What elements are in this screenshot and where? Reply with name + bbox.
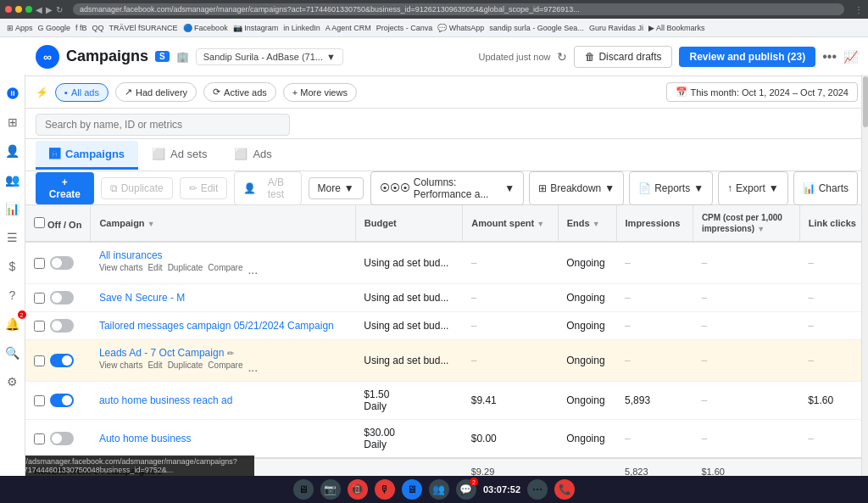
row-checkbox[interactable] [34,433,45,444]
reload-button[interactable]: ↻ [56,5,63,14]
bookmark-fb[interactable]: f fB [75,24,87,32]
row-sub-action-edit[interactable]: Edit [147,360,162,374]
row-checkbox[interactable] [34,321,45,332]
charts-button[interactable]: 📊 Charts [793,171,858,205]
row-sub-action-compare[interactable]: Compare [208,360,242,374]
tab-campaigns[interactable]: 🅰 Campaigns [36,141,138,170]
bookmark-linkedin[interactable]: in LinkedIn [283,24,320,32]
campaign-name-link[interactable]: Tailored messages campaign 05/21/2024 Ca… [99,320,334,332]
select-all-checkbox[interactable] [34,217,45,228]
breakdown-dropdown[interactable]: ⊞ Breakdown ▼ [529,171,624,205]
header-chart-icon[interactable]: 📈 [843,50,858,64]
taskbar-hangup-icon[interactable]: 📞 [554,479,575,500]
campaign-name-link[interactable]: Save N Secure - M [99,292,185,304]
create-button[interactable]: + Create [36,172,94,204]
sidebar-gear-icon[interactable]: ⚙ [1,370,25,394]
bookmark-facebook[interactable]: 🔵 Facebook [183,24,228,32]
more-views-filter[interactable]: + More views [283,83,357,102]
campaign-toggle[interactable] [50,256,74,270]
sidebar-dollar-icon[interactable]: $ [1,254,25,278]
review-publish-button[interactable]: Review and publish (23) [679,47,815,67]
export-dropdown[interactable]: ↑ Export ▼ [718,171,788,205]
right-scrollbar[interactable] [861,75,868,503]
ab-test-button[interactable]: 👤 A/B test [234,171,301,205]
campaign-name-link[interactable]: Auto home business [99,433,192,444]
th-ends[interactable]: Ends ▼ [558,205,616,242]
sidebar-question-icon[interactable]: ? [1,283,25,307]
taskbar-screen-icon[interactable]: 🖥 [293,479,314,500]
bookmark-google-search[interactable]: sandip surla - Google Sea... [489,24,584,32]
sidebar-list-icon[interactable]: ☰ [1,226,25,249]
bookmark-instagram[interactable]: 📷 Instagram [233,24,279,32]
campaign-name-link[interactable]: auto home business reach ad [99,394,232,406]
close-dot[interactable] [5,6,12,13]
row-sub-action-view-charts[interactable]: View charts [99,263,143,277]
row-sub-action-edit[interactable]: Edit [147,263,162,277]
campaign-toggle[interactable] [50,354,74,367]
date-range-picker[interactable]: 📅 This month: Oct 1, 2024 – Oct 7, 2024 [666,82,859,102]
filter-funnel-icon[interactable]: ⚡ [36,87,48,98]
bookmark-all[interactable]: ▶ All Bookmarks [648,24,705,32]
th-amount-spent[interactable]: Amount spent ▼ [463,205,559,242]
tab-ads[interactable]: ⬜ Ads [220,141,285,170]
sidebar-notification-icon[interactable]: 🔔 [1,312,25,336]
row-sub-action-duplicate[interactable]: Duplicate [168,263,203,277]
maximize-dot[interactable] [25,6,32,13]
header-more-button[interactable]: ••• [822,49,837,64]
edit-button[interactable]: ✏ Edit [180,177,228,199]
address-bar[interactable]: adsmanager.facebook.com/adsmanager/manag… [73,3,844,15]
tab-ad-sets[interactable]: ⬜ Ad sets [138,141,220,170]
row-sub-action-view-charts[interactable]: View charts [99,360,143,374]
more-dropdown[interactable]: More ▼ [309,177,364,199]
sidebar-chart-icon[interactable]: 📊 [1,197,25,221]
taskbar-end-call-icon[interactable]: 📵 [348,479,368,500]
row-checkbox[interactable] [34,395,45,406]
taskbar-camera-icon[interactable]: 📷 [320,479,341,500]
sidebar-person-icon[interactable]: 👤 [1,139,25,163]
th-impressions[interactable]: Impressions [616,205,693,242]
row-more-actions[interactable]: ... [248,263,258,277]
campaign-toggle[interactable] [50,432,74,445]
reports-dropdown[interactable]: 📄 Reports ▼ [629,171,713,205]
inline-edit-icon[interactable]: ✏ [227,349,234,358]
duplicate-button[interactable]: ⧉ Duplicate [101,177,173,199]
row-more-actions[interactable]: ... [248,360,258,374]
bookmark-travel[interactable]: TRÄVEl fSURANCE [109,24,178,32]
scrollbar-thumb[interactable] [863,76,868,127]
bookmark-canva[interactable]: Projects - Canva [376,24,433,32]
taskbar-people-icon[interactable]: 👥 [429,479,449,500]
th-campaign[interactable]: Campaign ▼ [91,205,355,242]
taskbar-more-icon[interactable]: ⋯ [527,479,548,500]
bookmark-guru[interactable]: Guru Ravidas Ji [589,24,643,32]
taskbar-screen-share-icon[interactable]: 🖥 [402,479,422,500]
sidebar-grid-icon[interactable]: ⊞ [1,110,25,134]
row-checkbox[interactable] [34,258,45,269]
campaign-name-link[interactable]: All insurances [99,249,163,261]
row-sub-action-compare[interactable]: Compare [208,263,242,277]
sidebar-meta-icon[interactable] [1,81,25,105]
campaign-toggle[interactable] [50,319,74,333]
row-sub-action-duplicate[interactable]: Duplicate [168,360,203,374]
taskbar-mic-off-icon[interactable]: 🎙 [375,479,395,500]
had-delivery-filter[interactable]: ↗ Had delivery [115,82,197,102]
row-checkbox[interactable] [34,355,45,366]
back-button[interactable]: ◀ [36,5,42,14]
campaign-name-link[interactable]: Leads Ad - 7 Oct Campaign [99,347,224,359]
active-ads-filter[interactable]: ⟳ Active ads [203,82,276,102]
bookmark-qq[interactable]: QQ [92,24,104,32]
campaign-toggle[interactable] [50,291,74,305]
bookmark-google[interactable]: G Google [38,24,71,32]
search-input[interactable] [36,114,290,136]
browser-settings-icon[interactable]: ⋮ [854,5,863,14]
discard-drafts-button[interactable]: 🗑 Discard drafts [574,46,672,68]
th-budget[interactable]: Budget [355,205,462,242]
forward-button[interactable]: ▶ [46,5,53,14]
columns-dropdown[interactable]: ⦿⦿⦿ Columns: Performance a... ▼ [370,171,524,205]
bookmark-apps[interactable]: ⊞ Apps [7,24,33,32]
bookmark-whatsapp[interactable]: 💬 WhatsApp [437,24,484,32]
account-selector[interactable]: Sandip Surila - AdBase (71... ▼ [196,48,343,65]
bookmark-agentcrm[interactable]: A Agent CRM [326,24,371,32]
all-ads-filter[interactable]: ▪ All ads [55,83,108,102]
refresh-icon[interactable]: ↻ [557,50,567,64]
minimize-dot[interactable] [15,6,22,13]
